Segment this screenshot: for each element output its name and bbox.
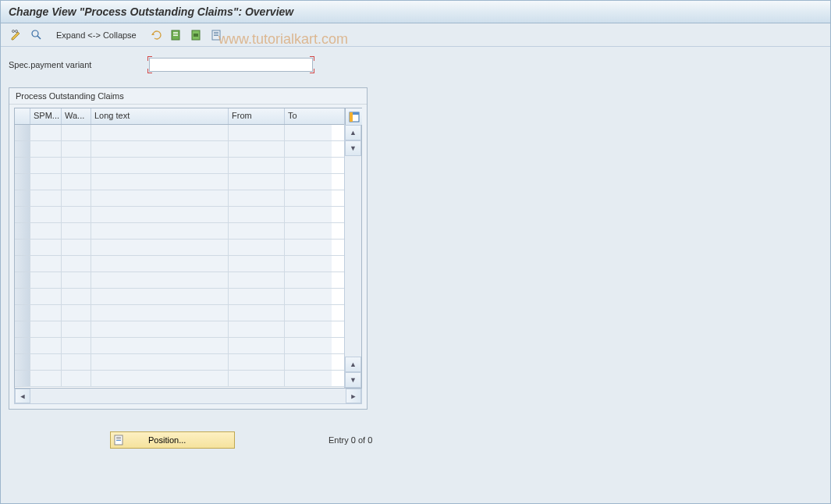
cell-to[interactable] [285, 272, 332, 288]
cell-from[interactable] [229, 125, 285, 140]
cell-to[interactable] [285, 158, 332, 173]
cell-from[interactable] [229, 256, 285, 272]
cell-long-text[interactable] [91, 338, 229, 353]
cell-long-text[interactable] [91, 240, 229, 255]
scroll-up-page-button[interactable]: ▼ [345, 140, 361, 156]
cell-from[interactable] [229, 207, 285, 222]
row-selector[interactable] [15, 305, 30, 321]
column-wa[interactable]: Wa... [62, 108, 91, 124]
cell-from[interactable] [229, 338, 285, 353]
cell-long-text[interactable] [91, 141, 229, 157]
cell-spm[interactable] [30, 174, 62, 190]
row-selector[interactable] [15, 321, 30, 337]
select-all-button[interactable] [169, 27, 184, 43]
cell-from[interactable] [229, 371, 285, 386]
cell-spm[interactable] [30, 338, 62, 353]
cell-long-text[interactable] [91, 305, 229, 321]
cell-wa[interactable] [62, 321, 91, 337]
column-from[interactable]: From [229, 108, 285, 124]
cell-wa[interactable] [62, 141, 91, 157]
cell-wa[interactable] [62, 354, 91, 370]
cell-from[interactable] [229, 305, 285, 321]
scroll-track-h[interactable] [30, 389, 346, 403]
row-selector[interactable] [15, 207, 30, 222]
cell-wa[interactable] [62, 207, 91, 222]
cell-wa[interactable] [62, 158, 91, 173]
cell-from[interactable] [229, 289, 285, 304]
cell-from[interactable] [229, 190, 285, 206]
row-selector[interactable] [15, 158, 30, 173]
cell-from[interactable] [229, 354, 285, 370]
cell-from[interactable] [229, 321, 285, 337]
column-spm[interactable]: SPM... [30, 108, 62, 124]
row-selector[interactable] [15, 289, 30, 304]
row-selector[interactable] [15, 174, 30, 190]
row-selector[interactable] [15, 125, 30, 140]
cell-wa[interactable] [62, 305, 91, 321]
cell-to[interactable] [285, 371, 332, 386]
scroll-left-button[interactable]: ◄ [15, 389, 30, 403]
cell-long-text[interactable] [91, 371, 229, 386]
cell-from[interactable] [229, 141, 285, 157]
cell-long-text[interactable] [91, 321, 229, 337]
cell-spm[interactable] [30, 371, 62, 386]
cell-long-text[interactable] [91, 223, 229, 239]
cell-long-text[interactable] [91, 289, 229, 304]
cell-wa[interactable] [62, 256, 91, 272]
cell-wa[interactable] [62, 240, 91, 255]
cell-spm[interactable] [30, 125, 62, 140]
cell-wa[interactable] [62, 272, 91, 288]
cell-from[interactable] [229, 158, 285, 173]
cell-spm[interactable] [30, 272, 62, 288]
undo-button[interactable] [148, 27, 164, 43]
scroll-down-page-button[interactable]: ▲ [345, 357, 361, 372]
scroll-up-button[interactable]: ▲ [345, 125, 361, 140]
row-selector[interactable] [15, 371, 30, 386]
expand-collapse-button[interactable]: Expand <-> Collapse [49, 28, 144, 42]
cell-spm[interactable] [30, 256, 62, 272]
row-selector[interactable] [15, 190, 30, 206]
table-settings-button[interactable] [345, 108, 362, 125]
cell-spm[interactable] [30, 240, 62, 255]
select-block-button[interactable] [189, 27, 204, 43]
cell-to[interactable] [285, 223, 332, 239]
cell-wa[interactable] [62, 289, 91, 304]
cell-wa[interactable] [62, 190, 91, 206]
cell-to[interactable] [285, 338, 332, 353]
cell-long-text[interactable] [91, 354, 229, 370]
spec-payment-variant-input[interactable] [149, 58, 313, 72]
row-selector[interactable] [15, 354, 30, 370]
cell-to[interactable] [285, 256, 332, 272]
scroll-down-button[interactable]: ▼ [345, 372, 361, 388]
cell-from[interactable] [229, 174, 285, 190]
toggle-change-button[interactable] [9, 27, 24, 43]
cell-to[interactable] [285, 240, 332, 255]
cell-long-text[interactable] [91, 158, 229, 173]
cell-to[interactable] [285, 174, 332, 190]
scroll-right-button[interactable]: ► [346, 389, 361, 403]
cell-to[interactable] [285, 125, 332, 140]
column-long-text[interactable]: Long text [91, 108, 229, 124]
cell-spm[interactable] [30, 190, 62, 206]
cell-wa[interactable] [62, 125, 91, 140]
cell-long-text[interactable] [91, 207, 229, 222]
cell-to[interactable] [285, 305, 332, 321]
position-button[interactable]: Position... [110, 431, 235, 449]
row-selector[interactable] [15, 338, 30, 353]
row-selector[interactable] [15, 223, 30, 239]
cell-from[interactable] [229, 240, 285, 255]
column-selector[interactable] [15, 108, 30, 124]
cell-spm[interactable] [30, 223, 62, 239]
cell-long-text[interactable] [91, 125, 229, 140]
row-selector[interactable] [15, 240, 30, 255]
cell-wa[interactable] [62, 174, 91, 190]
cell-spm[interactable] [30, 141, 62, 157]
cell-wa[interactable] [62, 371, 91, 386]
cell-long-text[interactable] [91, 272, 229, 288]
cell-long-text[interactable] [91, 190, 229, 206]
cell-to[interactable] [285, 289, 332, 304]
scroll-track[interactable] [345, 156, 361, 357]
cell-wa[interactable] [62, 338, 91, 353]
row-selector[interactable] [15, 141, 30, 157]
column-to[interactable]: To [285, 108, 332, 124]
